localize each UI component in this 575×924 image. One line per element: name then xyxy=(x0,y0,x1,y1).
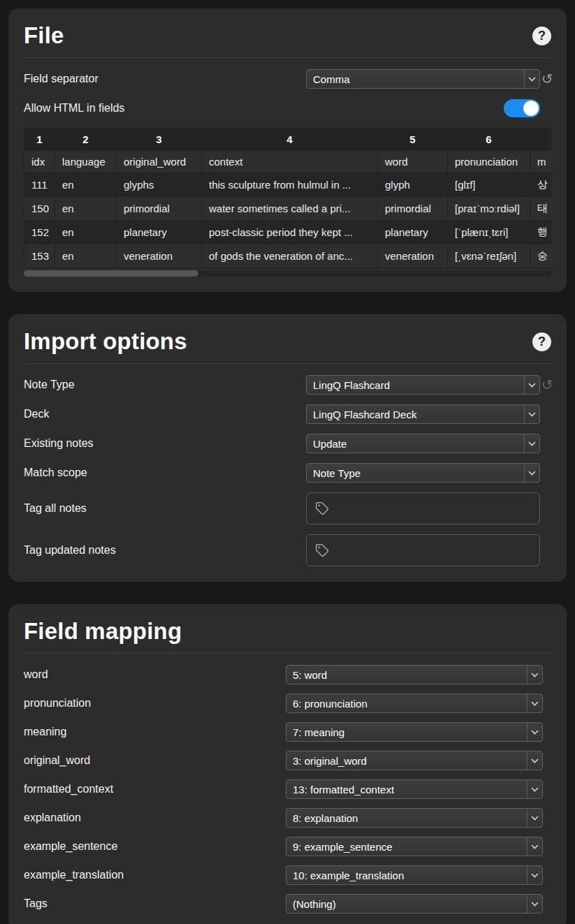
table-cell: 숭 xyxy=(530,244,552,268)
table-cell: word xyxy=(378,151,448,173)
mapping-select-original-word[interactable]: 3: original_word xyxy=(286,751,543,770)
import-options-header: Import options ? xyxy=(24,323,551,364)
mapping-select-meaning[interactable]: 7: meaning xyxy=(286,722,543,742)
mapping-row-example-translation: example_translation 10: example_translat… xyxy=(24,865,551,885)
match-scope-row: Match scope Note Type xyxy=(24,463,551,483)
field-mapping-section: Field mapping word 5: word pronunciation… xyxy=(8,604,567,924)
scrollbar-thumb[interactable] xyxy=(24,270,198,277)
table-cell: 상 xyxy=(530,173,552,197)
table-cell: of gods the veneration of anc... xyxy=(202,244,378,268)
tag-updated-notes-input[interactable] xyxy=(306,534,540,566)
chevron-down-icon xyxy=(524,376,539,394)
field-separator-value: Comma xyxy=(307,73,524,85)
mapping-label-meaning: meaning xyxy=(24,726,286,738)
mapping-select-pronunciation[interactable]: 6: pronunciation xyxy=(286,694,543,713)
tag-updated-notes-row: Tag updated notes xyxy=(24,534,551,566)
table-cell: en xyxy=(55,244,117,268)
table-cell: en xyxy=(55,221,117,244)
mapping-row-pronunciation: pronunciation 6: pronunciation xyxy=(24,694,551,713)
match-scope-select[interactable]: Note Type xyxy=(306,463,540,483)
table-row: 153 en veneration of gods the veneration… xyxy=(24,244,552,268)
deck-select[interactable]: LingQ Flashcard Deck xyxy=(306,404,540,424)
chevron-down-icon xyxy=(527,723,542,741)
mapping-label-original-word: original_word xyxy=(24,754,286,767)
table-cell: 153 xyxy=(24,244,55,268)
chevron-down-icon xyxy=(527,666,542,684)
mapping-select-tags[interactable]: (Nothing) xyxy=(286,894,543,914)
tag-icon xyxy=(315,501,329,515)
chevron-down-icon xyxy=(524,70,539,88)
match-scope-value: Note Type xyxy=(307,467,524,479)
table-cell: language xyxy=(55,151,117,173)
existing-notes-row: Existing notes Update xyxy=(24,434,551,453)
file-section-header: File ? xyxy=(24,17,551,58)
chevron-down-icon xyxy=(527,780,542,798)
note-type-select[interactable]: LingQ Flashcard xyxy=(306,375,540,395)
mapping-value-explanation: 8: explanation xyxy=(286,812,527,824)
chevron-down-icon xyxy=(527,895,542,913)
field-mapping-title: Field mapping xyxy=(24,618,182,645)
help-icon[interactable]: ? xyxy=(532,332,551,351)
existing-notes-label: Existing notes xyxy=(24,437,306,450)
field-separator-row: Field separator Comma ↺ xyxy=(24,69,551,89)
mapping-select-example-translation[interactable]: 10: example_translation xyxy=(286,865,543,885)
existing-notes-value: Update xyxy=(307,438,524,450)
mapping-label-example-sentence: example_sentence xyxy=(24,840,286,853)
mapping-select-formatted-context[interactable]: 13: formatted_context xyxy=(286,779,543,799)
import-options-section: Import options ? Note Type LingQ Flashca… xyxy=(8,314,567,582)
table-cell: glyphs xyxy=(117,173,202,197)
allow-html-row: Allow HTML in fields xyxy=(24,98,551,118)
table-cell: [ˌvɛnəˈreɪʃən] xyxy=(448,244,530,268)
table-cell: pronunciation xyxy=(448,151,530,173)
chevron-down-icon xyxy=(527,694,542,712)
column-number: 5 xyxy=(378,129,448,151)
mapping-label-explanation: explanation xyxy=(24,812,286,824)
table-cell: veneration xyxy=(117,244,202,268)
column-number-row: 1 2 3 4 5 6 xyxy=(24,129,552,151)
table-cell: en xyxy=(55,173,117,197)
table-row: idx language original_word context word … xyxy=(24,151,552,173)
note-type-value: LingQ Flashcard xyxy=(307,379,524,391)
tag-all-notes-input[interactable] xyxy=(306,492,540,525)
mapping-select-example-sentence[interactable]: 9: example_sentence xyxy=(286,837,543,856)
table-cell: m xyxy=(530,151,552,173)
mapping-value-example-translation: 10: example_translation xyxy=(286,870,527,881)
mapping-row-example-sentence: example_sentence 9: example_sentence xyxy=(24,837,551,856)
table-cell: post-classic period they kept ... xyxy=(202,221,378,244)
table-cell: [ˈplænɪˌtɛri] xyxy=(448,221,530,244)
existing-notes-select[interactable]: Update xyxy=(306,434,540,453)
help-icon[interactable]: ? xyxy=(532,27,551,45)
table-cell: primordial xyxy=(378,197,448,221)
field-separator-select[interactable]: Comma xyxy=(306,69,540,89)
table-row: 152 en planetary post-classic period the… xyxy=(24,221,552,244)
mapping-row-explanation: explanation 8: explanation xyxy=(24,808,551,828)
table-cell: planetary xyxy=(378,221,448,244)
reset-icon[interactable]: ↺ xyxy=(541,72,553,86)
mapping-label-formatted-context: formatted_context xyxy=(24,783,286,795)
allow-html-label: Allow HTML in fields xyxy=(24,102,504,115)
mapping-select-explanation[interactable]: 8: explanation xyxy=(286,808,543,828)
table-cell: water sometimes called a pri... xyxy=(202,197,378,221)
help-glyph: ? xyxy=(538,335,546,349)
mapping-row-meaning: meaning 7: meaning xyxy=(24,722,551,742)
mapping-value-formatted-context: 13: formatted_context xyxy=(286,784,527,795)
table-cell: [praɪˈmɔːrdiəl] xyxy=(448,197,530,221)
mapping-select-word[interactable]: 5: word xyxy=(286,665,543,684)
note-type-row: Note Type LingQ Flashcard ↺ xyxy=(24,375,551,395)
reset-icon[interactable]: ↺ xyxy=(541,378,553,392)
table-cell: this sculpture from hulmul in ... xyxy=(202,173,378,197)
table-cell: 태 xyxy=(530,197,552,221)
column-number: 2 xyxy=(55,129,117,151)
mapping-row-word: word 5: word xyxy=(24,665,551,684)
table-cell: planetary xyxy=(117,221,202,244)
mapping-value-tags: (Nothing) xyxy=(286,898,527,910)
deck-row: Deck LingQ Flashcard Deck xyxy=(24,404,551,424)
match-scope-label: Match scope xyxy=(24,467,306,479)
column-number: 4 xyxy=(202,129,378,151)
mapping-value-pronunciation: 6: pronunciation xyxy=(286,698,527,710)
horizontal-scrollbar[interactable] xyxy=(24,270,551,277)
allow-html-toggle[interactable] xyxy=(504,99,540,117)
table-cell: 150 xyxy=(24,197,55,221)
mapping-row-tags: Tags (Nothing) xyxy=(24,894,551,914)
tag-all-notes-label: Tag all notes xyxy=(24,502,306,515)
